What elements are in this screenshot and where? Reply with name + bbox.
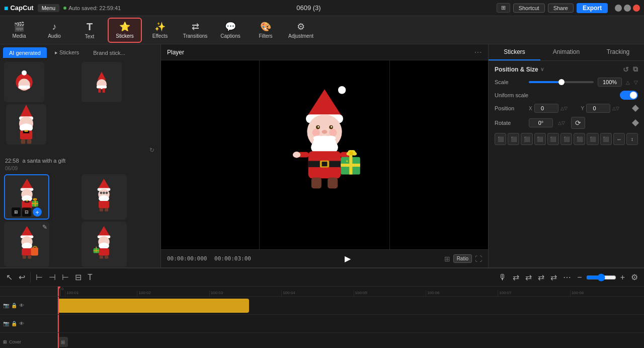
align-right-top[interactable]: ⬛ [521,133,532,145]
window-icon-btn[interactable]: ⊞ [497,3,510,13]
sticker-edit-icon[interactable]: ✎ [42,224,47,231]
x-input[interactable] [534,104,558,113]
timeline-btn-5[interactable]: ⋯ [561,271,573,283]
delete-btn[interactable]: ⊟ [73,271,84,283]
ratio-button[interactable]: Ratio [453,254,472,263]
tool-stickers[interactable]: ⭐ Stickers [108,18,142,43]
copy-icon[interactable]: ⧉ [633,65,638,74]
reset-icon[interactable]: ↺ [623,65,629,74]
align-center-middle[interactable]: ⬛ [547,133,559,145]
minimize-button[interactable] [615,5,622,12]
uniform-scale-toggle[interactable] [620,91,638,100]
scale-value[interactable]: 100% [598,78,622,87]
align-right-bottom[interactable]: ⬛ [600,133,612,145]
position-size-collapse[interactable]: ∨ [540,66,544,72]
sticker-track-lock-icon[interactable]: 🔒 [11,321,17,326]
tab-brand[interactable]: Brand stick... [87,47,131,58]
sticker-track-eye-icon[interactable]: 👁 [19,321,24,326]
align-center-bottom[interactable]: ⬛ [587,133,598,145]
sticker-item-1[interactable] [4,62,44,102]
sticker-grid-item-1[interactable]: ⊞ ⊟ + [4,174,49,220]
video-camera-icon[interactable]: 📷 [3,303,9,308]
video-clip[interactable] [58,299,249,313]
y-up[interactable]: △▽ [612,106,619,111]
scale-down-icon[interactable]: ▽ [634,80,638,85]
sticker-track [58,315,644,333]
align-left-bottom[interactable]: ⬛ [574,133,585,145]
sticker-expand-btn[interactable]: ⊞ [12,207,21,217]
ruler-mark-8: 100:08 [570,291,642,296]
sticker-grid-item-2[interactable] [82,174,127,220]
tool-media[interactable]: 🎬 Media [2,18,36,43]
zoom-slider[interactable] [586,273,616,282]
align-center-top[interactable]: ⬛ [508,133,519,145]
playhead[interactable] [58,287,59,296]
sticker-grid-item-3[interactable]: ✎ [4,222,49,267]
scale-slider[interactable] [529,81,594,83]
align-right-middle[interactable]: ⬛ [560,133,572,145]
timeline-btn-1[interactable]: ⇄ [511,271,521,283]
player-menu-icon[interactable]: ⋯ [474,47,482,57]
rotate-input[interactable] [529,118,553,127]
zoom-out-btn[interactable]: − [575,272,584,283]
split-right-btn[interactable]: ⊢ [60,271,71,283]
share-button[interactable]: Share [548,4,574,13]
tab-ai-generated[interactable]: AI generated [3,47,47,58]
align-left-middle[interactable]: ⬛ [534,133,546,145]
tab-tracking-right[interactable]: Tracking [592,44,644,60]
shortcut-button[interactable]: Shortcut [513,4,545,13]
split-btn[interactable]: ⊢ [34,271,45,283]
video-lock-icon[interactable]: 🔒 [11,303,17,308]
timeline-btn-4[interactable]: ⇄ [548,271,559,283]
tab-stickers[interactable]: ▸ Stickers [49,47,85,58]
tool-text[interactable]: T Text [72,18,107,43]
sticker-track-camera-icon[interactable]: 📷 [3,321,9,326]
cover-thumbnail[interactable]: ⊞ [58,337,68,347]
align-v[interactable]: ↕ [626,133,638,145]
export-button[interactable]: Export [577,3,608,13]
settings-btn[interactable]: ⚙ [629,271,640,283]
timeline-btn-2[interactable]: ⇄ [523,271,534,283]
tab-stickers-right[interactable]: Stickers [489,44,540,60]
audio-record-btn[interactable]: 🎙 [497,272,509,283]
zoom-in-btn[interactable]: + [618,272,627,283]
sticker-featured[interactable] [6,104,46,145]
select-tool-btn[interactable]: ↖ [4,271,15,283]
tool-transitions[interactable]: ⇄ Transitions [178,18,212,43]
align-h[interactable]: ↔ [613,133,625,145]
video-eye-icon[interactable]: 👁 [19,303,24,308]
timeline-btn-3[interactable]: ⇄ [536,271,546,283]
close-button[interactable] [633,5,640,12]
align-left-top[interactable]: ⬛ [495,133,506,145]
featured-sticker-area [2,102,158,145]
menu-button[interactable]: Menu [38,4,60,12]
sticker-add-btn[interactable]: + [33,207,42,217]
sticker-grid-item-4[interactable] [82,222,127,267]
undo-btn[interactable]: ↩ [17,271,27,283]
cover-icon[interactable]: ⊞ [3,339,7,344]
play-button[interactable]: ▶ [341,252,355,266]
rotate-diamond[interactable] [632,119,639,126]
text-btn[interactable]: T [86,272,95,283]
position-diamond[interactable] [632,105,639,112]
grid-view-icon[interactable]: ⊞ [444,255,450,263]
maximize-button[interactable] [624,5,631,12]
tool-filters[interactable]: 🎨 Filters [249,18,283,43]
flip-button[interactable]: ⟳ [571,117,585,129]
svg-marker-18 [21,179,33,189]
sticker-copy-btn[interactable]: ⊟ [22,207,31,217]
y-input[interactable] [586,104,610,113]
tool-effects[interactable]: ✨ Effects [143,18,177,43]
tool-captions[interactable]: 💬 Captions [213,18,248,43]
scale-up-icon[interactable]: △ [626,80,630,85]
split-left-btn[interactable]: ⊣ [47,271,58,283]
refresh-icon[interactable]: ↻ [148,146,155,155]
tab-animation-right[interactable]: Animation [540,44,592,60]
tool-adjustment[interactable]: ⚙ Adjustment [284,18,318,43]
rotate-stepper[interactable]: △▽ [558,120,565,125]
sticker-item-2[interactable] [82,62,122,102]
x-up[interactable]: △▽ [560,106,568,111]
fullscreen-icon[interactable]: ⛶ [475,255,482,263]
tool-audio[interactable]: ♪ Audio [37,18,71,43]
toolbar: 🎬 Media ♪ Audio T Text ⭐ Stickers ✨ Effe… [0,16,644,44]
